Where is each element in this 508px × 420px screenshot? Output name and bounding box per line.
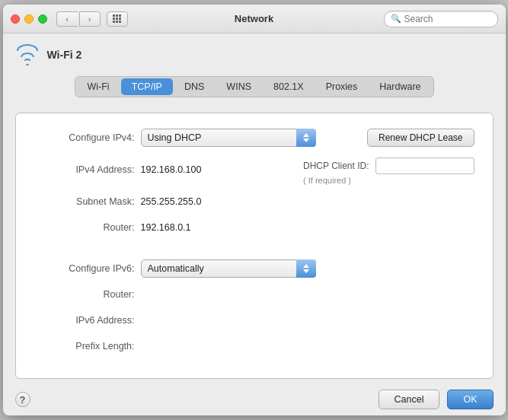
prefix-length-label: Prefix Length:: [34, 341, 141, 352]
router-value: 192.168.0.1: [141, 222, 191, 233]
tab-proxies[interactable]: Proxies: [315, 78, 369, 95]
tab-wins[interactable]: WINS: [216, 78, 262, 95]
traffic-lights: [11, 14, 47, 24]
nav-buttons: ‹ ›: [56, 11, 101, 27]
dhcp-client-row: DHCP Client ID:: [303, 158, 474, 174]
titlebar: ‹ › Network 🔍: [3, 5, 506, 33]
prefix-length-row: Prefix Length:: [34, 337, 474, 355]
ipv6-address-row: IPv6 Address:: [34, 311, 474, 329]
configure-ipv4-label: Configure IPv4:: [34, 132, 141, 143]
wifi-name: Wi-Fi 2: [47, 49, 82, 61]
help-button[interactable]: ?: [15, 392, 30, 407]
tab-wifi[interactable]: Wi-Fi: [77, 78, 120, 95]
tab-tcpip[interactable]: TCP/IP: [121, 78, 173, 95]
router-row: Router: 192.168.0.1: [34, 218, 474, 237]
tab-bar: Wi-Fi TCP/IP DNS WINS 802.1X Proxies Har…: [75, 76, 434, 97]
cancel-button[interactable]: Cancel: [379, 390, 440, 409]
search-input[interactable]: [404, 14, 491, 24]
forward-button[interactable]: ›: [79, 11, 101, 27]
right-panel-ipv4: Renew DHCP Lease: [367, 129, 474, 147]
minimize-button[interactable]: [24, 14, 34, 24]
if-required-text: ( If required ): [303, 176, 351, 185]
search-icon: 🔍: [391, 14, 401, 24]
back-button[interactable]: ‹: [56, 11, 78, 27]
dhcp-client-id-input[interactable]: [375, 158, 474, 174]
configure-ipv6-row: Configure IPv6: Automatically Manually O…: [34, 259, 474, 278]
close-button[interactable]: [11, 14, 20, 24]
tab-8021x[interactable]: 802.1X: [263, 78, 315, 95]
configure-ipv4-select-wrapper: Using DHCP Manually Using BootP Off: [141, 129, 316, 147]
grid-button[interactable]: [107, 11, 128, 27]
router6-row: Router:: [34, 285, 474, 304]
grid-icon: [113, 14, 121, 23]
tab-hardware[interactable]: Hardware: [369, 78, 431, 95]
ipv4-address-row: IPv4 Address: 192.168.0.100 DHCP Client …: [34, 154, 474, 185]
router-label: Router:: [34, 222, 141, 233]
content-area: Wi-Fi 2 Wi-Fi TCP/IP DNS WINS 802.1X Pro…: [3, 33, 506, 415]
subnet-mask-row: Subnet Mask: 255.255.255.0: [34, 192, 474, 211]
ipv6-address-label: IPv6 Address:: [34, 315, 141, 326]
router6-label: Router:: [34, 289, 141, 300]
window-title: Network: [235, 13, 273, 24]
tab-dns[interactable]: DNS: [174, 78, 215, 95]
configure-ipv4-select[interactable]: Using DHCP Manually Using BootP Off: [141, 129, 316, 147]
wifi-header: Wi-Fi 2: [15, 44, 494, 65]
tcpip-panel: Configure IPv4: Using DHCP Manually Usin…: [15, 113, 494, 379]
ipv4-address-value: 192.168.0.100: [141, 164, 202, 175]
search-box[interactable]: 🔍: [384, 11, 498, 27]
dhcp-client-section: DHCP Client ID: ( If required ): [303, 154, 474, 185]
configure-ipv6-select-wrapper: Automatically Manually Off: [141, 259, 316, 278]
subnet-mask-value: 255.255.255.0: [141, 196, 202, 207]
ok-button[interactable]: OK: [447, 390, 493, 409]
renew-dhcp-button[interactable]: Renew DHCP Lease: [367, 129, 474, 147]
configure-ipv6-select[interactable]: Automatically Manually Off: [141, 259, 316, 278]
configure-ipv4-row: Configure IPv4: Using DHCP Manually Usin…: [34, 129, 474, 147]
dhcp-client-id-label: DHCP Client ID:: [303, 161, 369, 171]
footer: ? Cancel OK: [15, 390, 494, 415]
subnet-mask-label: Subnet Mask:: [34, 196, 141, 207]
wifi-icon: [15, 44, 40, 65]
ipv4-address-label: IPv4 Address:: [34, 164, 141, 175]
section-divider: [34, 244, 474, 252]
configure-ipv6-label: Configure IPv6:: [34, 263, 141, 274]
network-window: ‹ › Network 🔍 Wi-Fi 2: [3, 5, 506, 415]
maximize-button[interactable]: [38, 14, 47, 24]
